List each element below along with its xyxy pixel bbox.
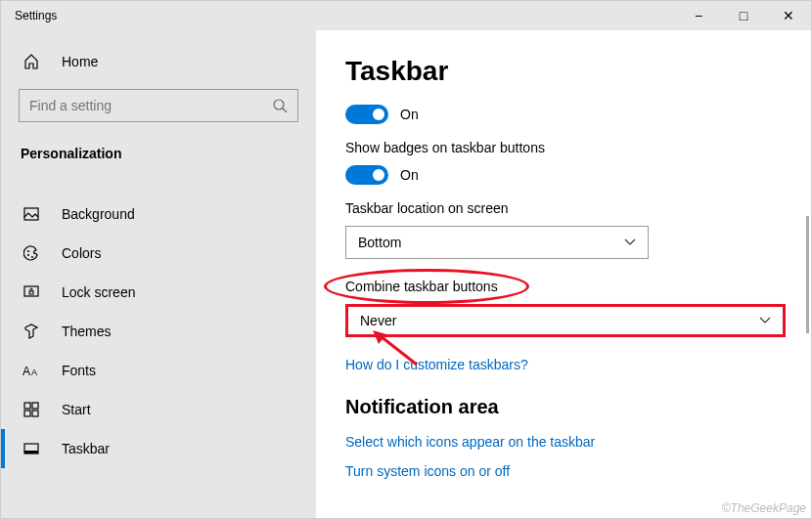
- page-title: Taskbar: [345, 56, 782, 87]
- sidebar-item-label: Fonts: [62, 363, 96, 378]
- home-label: Home: [62, 54, 98, 69]
- start-icon: [21, 402, 42, 417]
- location-value: Bottom: [358, 235, 401, 250]
- toggle-switch-1[interactable]: [345, 105, 388, 124]
- svg-rect-7: [29, 291, 33, 294]
- notif-link-system[interactable]: Turn system icons on or off: [345, 463, 782, 479]
- notif-link-icons[interactable]: Select which icons appear on the taskbar: [345, 434, 782, 450]
- themes-icon: [21, 324, 42, 339]
- badges-label: Show badges on taskbar buttons: [345, 140, 782, 155]
- sidebar-item-label: Colors: [62, 245, 101, 261]
- sidebar-item-background[interactable]: Background: [1, 195, 316, 234]
- watermark: ©TheGeekPage: [722, 501, 806, 515]
- toggle-switch-badges[interactable]: [345, 165, 388, 185]
- svg-rect-13: [32, 411, 38, 416]
- picture-icon: [21, 206, 42, 222]
- sidebar-item-colors[interactable]: Colors: [1, 234, 316, 273]
- location-select[interactable]: Bottom: [345, 226, 649, 259]
- sidebar-item-label: Start: [62, 402, 91, 417]
- sidebar-item-fonts[interactable]: AA Fonts: [1, 351, 316, 390]
- chevron-down-icon: [624, 238, 636, 246]
- toggle-label-1: On: [400, 107, 419, 122]
- sidebar-item-lockscreen[interactable]: Lock screen: [1, 273, 316, 312]
- minimize-button[interactable]: −: [676, 1, 721, 30]
- titlebar: Settings − □ ✕: [1, 1, 811, 30]
- svg-rect-12: [24, 411, 30, 416]
- close-button[interactable]: ✕: [766, 1, 811, 30]
- help-link[interactable]: How do I customize taskbars?: [345, 357, 782, 372]
- sidebar-item-label: Background: [62, 206, 135, 222]
- sidebar-item-themes[interactable]: Themes: [1, 312, 316, 351]
- combine-label: Combine taskbar buttons: [345, 279, 782, 294]
- fonts-icon: AA: [21, 363, 42, 378]
- sidebar-item-start[interactable]: Start: [1, 390, 316, 429]
- toggle-label-badges: On: [400, 167, 419, 183]
- scrollbar[interactable]: [806, 216, 809, 333]
- sidebar-item-taskbar[interactable]: Taskbar: [1, 429, 316, 468]
- svg-rect-10: [24, 403, 30, 409]
- sidebar-item-label: Taskbar: [62, 441, 110, 456]
- search-input[interactable]: [19, 89, 298, 122]
- window-title: Settings: [15, 9, 57, 22]
- notification-heading: Notification area: [345, 396, 782, 418]
- maximize-button[interactable]: □: [721, 1, 766, 30]
- combine-value: Never: [360, 313, 396, 328]
- chevron-down-icon: [759, 317, 771, 324]
- sidebar-item-label: Themes: [62, 324, 112, 339]
- search-field[interactable]: [29, 98, 272, 113]
- svg-rect-15: [24, 451, 38, 454]
- svg-point-3: [27, 250, 29, 252]
- svg-point-4: [27, 254, 29, 256]
- taskbar-icon: [21, 441, 42, 456]
- svg-rect-11: [32, 403, 38, 409]
- combine-select[interactable]: Never: [345, 304, 786, 337]
- location-label: Taskbar location on screen: [345, 200, 782, 216]
- home-nav[interactable]: Home: [1, 42, 316, 81]
- content-area: Taskbar On Show badges on taskbar button…: [316, 30, 811, 518]
- sidebar-item-label: Lock screen: [62, 284, 135, 300]
- palette-icon: [21, 245, 42, 261]
- search-icon: [272, 98, 288, 113]
- svg-text:A: A: [31, 368, 37, 377]
- lock-screen-icon: [21, 284, 42, 300]
- sidebar: Home Personalization Background: [1, 30, 316, 518]
- svg-text:A: A: [23, 365, 30, 378]
- section-header: Personalization: [1, 136, 316, 175]
- svg-line-1: [283, 108, 287, 112]
- home-icon: [21, 54, 42, 69]
- svg-rect-2: [24, 208, 38, 220]
- svg-point-0: [274, 100, 284, 109]
- svg-point-5: [31, 256, 33, 258]
